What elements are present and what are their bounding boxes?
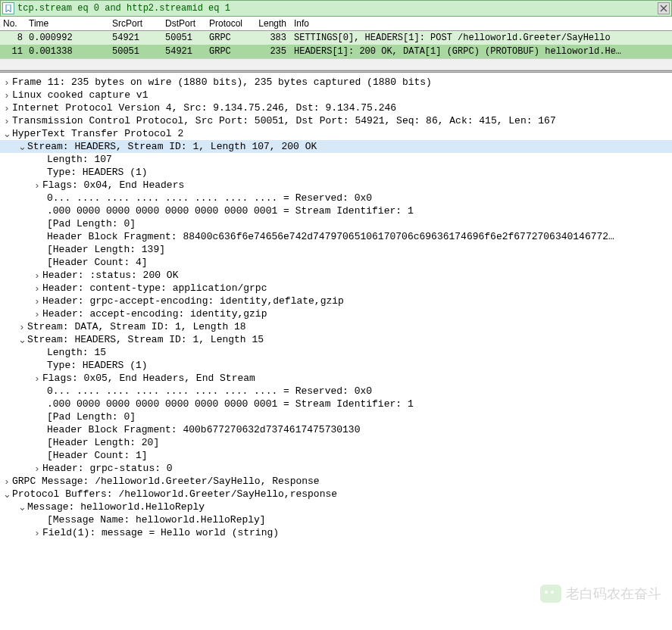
- tree-item[interactable]: Type: HEADERS (1): [0, 359, 672, 372]
- tree-item[interactable]: Length: 15: [0, 346, 672, 359]
- tree-item[interactable]: ⌄Message: helloworld.HelloReply: [0, 501, 672, 513]
- tree-item[interactable]: .000 0000 0000 0000 0000 0000 0000 0001 …: [0, 204, 672, 217]
- chevron-down-icon: ⌄: [2, 488, 12, 501]
- tree-item[interactable]: ›Flags: 0x05, End Headers, End Stream: [0, 372, 672, 385]
- tree-item[interactable]: Header Block Fragment: 88400c636f6e74656…: [0, 230, 672, 243]
- cell-no: 11: [0, 45, 26, 58]
- cell-info: HEADERS[1]: 200 OK, DATA[1] (GRPC) (PROT…: [289, 45, 672, 58]
- tree-item[interactable]: ⌄Protocol Buffers: /helloworld.Greeter/S…: [0, 488, 672, 501]
- packet-details-pane: ›Frame 11: 235 bytes on wire (1880 bits)…: [0, 73, 672, 542]
- chevron-right-icon: ›: [32, 282, 42, 295]
- tree-item[interactable]: ⌄Stream: HEADERS, Stream ID: 1, Length 1…: [0, 333, 672, 346]
- tree-item[interactable]: [Pad Length: 0]: [0, 410, 672, 423]
- tree-item[interactable]: ›Header: :status: 200 OK: [0, 269, 672, 282]
- tree-item[interactable]: [Pad Length: 0]: [0, 217, 672, 230]
- chevron-right-icon: ›: [2, 475, 12, 488]
- tree-item[interactable]: [Header Count: 4]: [0, 256, 672, 269]
- cell-info: SETTINGS[0], HEADERS[1]: POST /helloworl…: [289, 32, 672, 44]
- tree-item[interactable]: 0... .... .... .... .... .... .... .... …: [0, 385, 672, 398]
- packet-row[interactable]: 8 0.000992 54921 50051 GRPC 383 SETTINGS…: [0, 31, 672, 45]
- cell-len: 383: [253, 32, 289, 44]
- chevron-right-icon: ›: [2, 89, 12, 101]
- tree-item[interactable]: [Header Length: 139]: [0, 243, 672, 256]
- tree-item[interactable]: ›Flags: 0x04, End Headers: [0, 179, 672, 192]
- tree-item[interactable]: Type: HEADERS (1): [0, 166, 672, 179]
- tree-item[interactable]: ›Header: grpc-accept-encoding: identity,…: [0, 295, 672, 307]
- cell-len: 235: [253, 45, 289, 58]
- cell-time: 0.001338: [26, 45, 109, 58]
- chevron-down-icon: ⌄: [17, 333, 27, 346]
- chevron-down-icon: ⌄: [17, 140, 27, 153]
- cell-proto: GRPC: [206, 45, 253, 58]
- cell-no: 8: [0, 32, 26, 44]
- tree-item[interactable]: ›Header: grpc-status: 0: [0, 462, 672, 475]
- chevron-right-icon: ›: [32, 462, 42, 475]
- cell-src: 54921: [109, 32, 162, 44]
- tree-item[interactable]: .000 0000 0000 0000 0000 0000 0000 0001 …: [0, 398, 672, 410]
- chevron-right-icon: ›: [32, 372, 42, 385]
- tree-item[interactable]: ›Header: content-type: application/grpc: [0, 282, 672, 295]
- chevron-right-icon: ›: [2, 114, 12, 127]
- cell-src: 50051: [109, 45, 162, 58]
- tree-item-selected[interactable]: ⌄Stream: HEADERS, Stream ID: 1, Length 1…: [0, 140, 672, 153]
- tree-item[interactable]: Length: 107: [0, 153, 672, 166]
- tree-item[interactable]: [Header Count: 1]: [0, 449, 672, 462]
- tree-item[interactable]: ›Internet Protocol Version 4, Src: 9.134…: [0, 101, 672, 114]
- filter-bar: tcp.stream eq 0 and http2.streamid eq 1: [0, 0, 672, 17]
- chevron-down-icon: ⌄: [17, 501, 27, 513]
- col-src[interactable]: SrcPort: [109, 17, 162, 30]
- tree-item[interactable]: ›Header: accept-encoding: identity,gzip: [0, 307, 672, 320]
- tree-item[interactable]: ›Linux cooked capture v1: [0, 89, 672, 101]
- horizontal-scrollbar[interactable]: [0, 58, 672, 70]
- cell-time: 0.000992: [26, 32, 109, 44]
- col-len[interactable]: Length: [253, 17, 289, 30]
- chevron-right-icon: ›: [2, 101, 12, 114]
- chevron-right-icon: ›: [32, 307, 42, 320]
- chevron-right-icon: ›: [32, 526, 42, 539]
- cell-dst: 50051: [162, 32, 206, 44]
- tree-item[interactable]: 0... .... .... .... .... .... .... .... …: [0, 192, 672, 204]
- tree-item[interactable]: ›Frame 11: 235 bytes on wire (1880 bits)…: [0, 76, 672, 89]
- cell-proto: GRPC: [206, 32, 253, 44]
- chevron-right-icon: ›: [32, 295, 42, 307]
- col-proto[interactable]: Protocol: [206, 17, 253, 30]
- chevron-right-icon: ›: [32, 179, 42, 192]
- tree-item[interactable]: [Header Length: 20]: [0, 436, 672, 449]
- tree-item[interactable]: ›Stream: DATA, Stream ID: 1, Length 18: [0, 320, 672, 333]
- chevron-right-icon: ›: [17, 320, 27, 333]
- col-no[interactable]: No.: [0, 17, 26, 30]
- cell-dst: 54921: [162, 45, 206, 58]
- packet-list-header: No. Time SrcPort DstPort Protocol Length…: [0, 17, 672, 31]
- tree-item[interactable]: ›GRPC Message: /helloworld.Greeter/SayHe…: [0, 475, 672, 488]
- col-info[interactable]: Info: [289, 17, 672, 30]
- clear-filter-button[interactable]: [658, 2, 670, 14]
- tree-item[interactable]: ›Transmission Control Protocol, Src Port…: [0, 114, 672, 127]
- chevron-right-icon: ›: [32, 269, 42, 282]
- tree-item[interactable]: Header Block Fragment: 400b677270632d737…: [0, 423, 672, 436]
- chevron-right-icon: ›: [2, 76, 12, 89]
- tree-item[interactable]: ⌄HyperText Transfer Protocol 2: [0, 127, 672, 140]
- tree-item[interactable]: ›Field(1): message = Hello world (string…: [0, 526, 672, 539]
- filter-input[interactable]: tcp.stream eq 0 and http2.streamid eq 1: [17, 3, 656, 14]
- chevron-down-icon: ⌄: [2, 127, 12, 140]
- tree-item[interactable]: [Message Name: helloworld.HelloReply]: [0, 513, 672, 526]
- col-dst[interactable]: DstPort: [162, 17, 206, 30]
- packet-row[interactable]: 11 0.001338 50051 54921 GRPC 235 HEADERS…: [0, 45, 672, 58]
- col-time[interactable]: Time: [26, 17, 109, 30]
- bookmark-icon[interactable]: [2, 2, 14, 14]
